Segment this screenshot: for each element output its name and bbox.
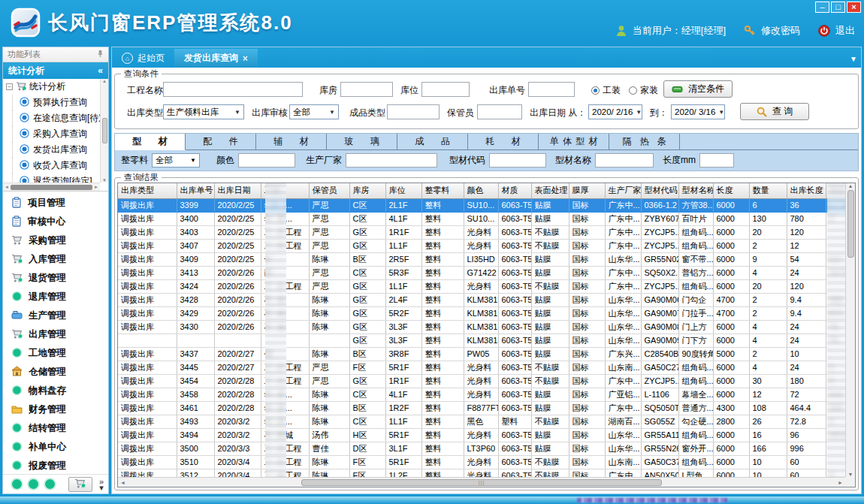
tree-item-退货查询[待定][interactable]: 退货查询[待定] xyxy=(3,174,100,183)
sidebar-section-header[interactable]: 统计分析 « xyxy=(3,62,108,79)
keeper-input[interactable] xyxy=(477,104,522,119)
column-header-保管员[interactable]: 保管员 xyxy=(309,183,349,198)
column-header-库位[interactable]: 库位 xyxy=(385,183,421,198)
change-password-link[interactable]: 修改密码 xyxy=(761,24,800,38)
tab-shipping-query[interactable]: 发货出库查询 × xyxy=(174,49,258,68)
product-type-input[interactable] xyxy=(387,104,440,119)
table-row[interactable]: 调拨出库34932020/3/2华 原...陈琳C区1L1F整料黑色塑料不贴膜国… xyxy=(118,415,856,428)
profile-code-input[interactable] xyxy=(489,153,546,167)
sidebar-item-结转管理[interactable]: 结转管理 xyxy=(3,419,108,438)
table-row[interactable]: 调拨出库34452020/2/27工 共工程严思F区5R1F整料光身料6063-… xyxy=(118,361,856,374)
location-input[interactable] xyxy=(421,82,470,97)
table-row[interactable]: 调拨出库34582020/2/28华 原...陈琳C区4L1F整料光身料6063… xyxy=(118,388,856,401)
material-tab-耗材[interactable]: 耗材 xyxy=(468,134,539,150)
table-row[interactable]: 调拨出库34942020/3/2石 辉城汤伟H区5R1F整料光身料6063-T5… xyxy=(118,428,856,442)
table-row[interactable]: 调拨出库34292020/2/26石 城陈琳G区5R2F整料KLM3817606… xyxy=(118,306,856,320)
table-row[interactable]: 调拨出库34372020/2/27佛 ...陈琳B区3R8F整料PW056063… xyxy=(118,347,856,361)
tree-item-收货入库查询[interactable]: 收货入库查询 xyxy=(3,158,100,174)
date-from-select[interactable]: 2020/ 2/16▼ xyxy=(588,104,642,119)
pin-icon[interactable] xyxy=(97,50,104,59)
column-header-表面处理[interactable]: 表面处理 xyxy=(531,183,569,198)
footer-dot-icon[interactable] xyxy=(45,479,55,489)
tree-item-发货出库查询[interactable]: 发货出库查询 xyxy=(3,142,100,158)
collapse-icon[interactable]: « xyxy=(98,65,103,76)
column-header-出库单号[interactable]: 出库单号 xyxy=(177,183,214,198)
tree-vertical-scrollbar[interactable]: ▲▼ xyxy=(100,79,108,183)
table-row[interactable]: G区3L3F整料KLM38176063-T5贴膜国标山东华...GA90M09.… xyxy=(118,333,856,347)
footer-more-button[interactable]: »▾ xyxy=(99,478,104,490)
column-header-生产厂家[interactable]: 生产厂家 xyxy=(605,183,641,198)
sidebar-item-报废管理[interactable]: 报废管理 xyxy=(3,457,108,474)
sidebar-item-出库管理[interactable]: 出库管理 xyxy=(3,325,108,344)
radio-gongzhuang[interactable]: 工装 xyxy=(591,84,621,97)
sidebar-item-项目管理[interactable]: 项目管理 xyxy=(3,194,108,213)
material-tab-配件[interactable]: 配件 xyxy=(186,134,256,150)
grid-horizontal-scrollbar[interactable]: ◄|||► xyxy=(118,477,845,487)
sidebar-item-仓储管理[interactable]: 仓储管理 xyxy=(3,363,108,382)
table-row[interactable]: 调拨出库35002020/3/3工 共工程曹佳D区3L1F整料LT3P60606… xyxy=(118,442,856,455)
table-row[interactable]: 调拨出库34282020/2/26石 城陈琳G区2L4F整料KLM3817606… xyxy=(118,293,856,306)
close-button[interactable]: × xyxy=(847,2,861,13)
sidebar-item-补单中心[interactable]: 补单中心 xyxy=(3,438,108,457)
tree-expander-icon[interactable]: – xyxy=(6,83,13,90)
table-row[interactable]: 调拨出库34542020/2/28工 共工程严思G区1R1F整料光身料6063-… xyxy=(118,374,856,388)
material-tab-辅材[interactable]: 辅材 xyxy=(256,134,327,150)
sidebar-item-审核中心[interactable]: 审核中心 xyxy=(3,213,108,231)
project-name-input[interactable] xyxy=(163,82,303,97)
footer-dot-icon[interactable] xyxy=(12,479,22,489)
sidebar-item-退货管理[interactable]: 退货管理 xyxy=(3,269,108,288)
tree-horizontal-scrollbar[interactable]: ◄► xyxy=(3,183,100,191)
table-row[interactable]: 调拨出库33992020/2/25华 原...严思C区2L1F整料SU10...… xyxy=(118,198,856,212)
table-row[interactable]: 调拨出库35102020/3/4工 共工程陈琳F区5R1F整料光身料6063-T… xyxy=(118,455,856,469)
sidebar-item-采购管理[interactable]: 采购管理 xyxy=(3,231,108,250)
clear-conditions-button[interactable]: 清空条件 xyxy=(663,80,733,98)
warehouse-input[interactable] xyxy=(340,82,393,97)
logout-button[interactable]: 退出 xyxy=(835,24,855,38)
tree-item-在途信息查询[待定][interactable]: 在途信息查询[待定] xyxy=(3,110,100,126)
tab-close-icon[interactable]: × xyxy=(243,53,248,64)
column-header-出库长度[interactable]: 出库长度 xyxy=(787,183,826,198)
column-header-材质[interactable]: 材质 xyxy=(498,183,531,198)
minimize-button[interactable]: – xyxy=(815,2,829,13)
date-to-select[interactable]: 2020/ 3/16▼ xyxy=(671,104,725,119)
table-row[interactable]: 调拨出库34032020/2/25工 共工程严思G区1R1F整料光身料6063-… xyxy=(118,225,856,239)
column-header-长度[interactable]: 长度 xyxy=(713,183,749,198)
length-input[interactable] xyxy=(699,153,734,167)
sidebar-item-财务管理[interactable]: 财务管理 xyxy=(3,400,108,419)
table-row[interactable]: 调拨出库34132020/2/26南 ...严思C区5R3F整料G7142260… xyxy=(118,266,856,279)
material-tab-玻璃[interactable]: 玻璃 xyxy=(327,134,397,150)
column-header-出库类型[interactable]: 出库类型 xyxy=(118,183,177,198)
column-header-数量[interactable]: 数量 xyxy=(749,183,787,198)
material-tab-成品[interactable]: 成品 xyxy=(397,134,468,150)
sidebar-item-入库管理[interactable]: 入库管理 xyxy=(3,250,108,269)
footer-dot-icon[interactable] xyxy=(29,479,38,489)
table-row[interactable]: 调拨出库34072020/2/25工 共工程严思G区1L1F整料光身料6063-… xyxy=(118,239,856,252)
sidebar-item-生产管理[interactable]: 生产管理 xyxy=(3,306,108,325)
order-no-input[interactable] xyxy=(528,82,575,97)
profile-name-input[interactable] xyxy=(595,153,654,167)
tree-root-node[interactable]: – 统计分析 xyxy=(3,79,100,95)
maximize-button[interactable]: □ xyxy=(831,2,845,13)
radio-jiazhuang[interactable]: 家装 xyxy=(629,84,658,97)
tab-home[interactable]: ⌂ 起始页 xyxy=(112,49,174,68)
column-header-库房[interactable]: 库房 xyxy=(349,183,385,198)
audit-select[interactable]: 全部▼ xyxy=(289,104,339,119)
table-row[interactable]: 调拨出库34092020/2/25长 ...陈琳B区2R5F整料LI35HD60… xyxy=(118,252,856,266)
whole-part-select[interactable]: 全部▼ xyxy=(152,153,200,167)
column-header-膜厚[interactable]: 膜厚 xyxy=(569,183,605,198)
sidebar-item-工地管理[interactable]: 工地管理 xyxy=(3,344,108,363)
grid-vertical-scrollbar[interactable]: ▲▼ xyxy=(845,183,855,477)
sidebar-item-物料盘存[interactable]: 物料盘存 xyxy=(3,382,108,400)
material-tab-隔热条[interactable]: 隔热条 xyxy=(609,134,680,150)
color-input[interactable] xyxy=(238,153,295,167)
material-tab-型材[interactable]: 型材 xyxy=(115,134,186,150)
tree-item-采购入库查询[interactable]: 采购入库查询 xyxy=(3,126,100,142)
table-row[interactable]: 调拨出库34612020/2/28华 原...陈琳B区1R2F整料F8877FT… xyxy=(118,401,856,415)
tree-item-预算执行查询[interactable]: 预算执行查询 xyxy=(3,95,100,110)
column-header-整零料[interactable]: 整零料 xyxy=(421,183,464,198)
footer-cart-button[interactable] xyxy=(68,477,92,492)
column-header-出库日期[interactable]: 出库日期 xyxy=(214,183,261,198)
tab-overflow-icon[interactable]: ▼ xyxy=(850,55,857,63)
manufacturer-input[interactable] xyxy=(346,153,437,167)
material-tab-单体型材[interactable]: 单体型材 xyxy=(539,134,609,150)
